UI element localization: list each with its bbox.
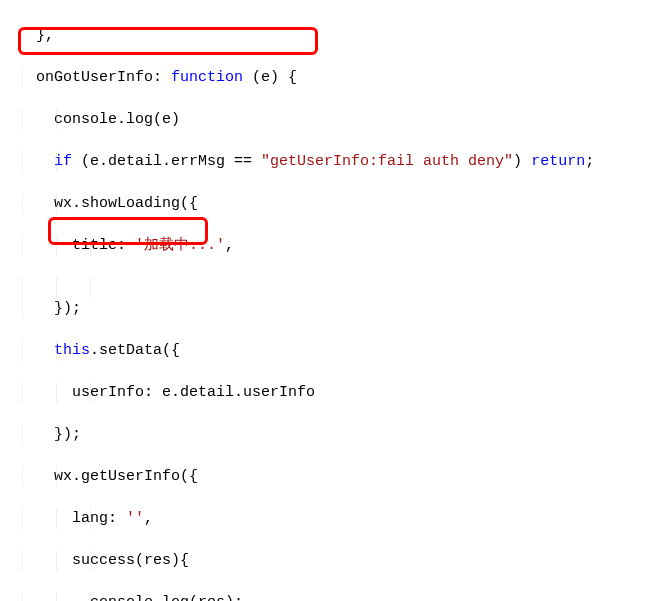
code-text [18,342,54,359]
code-text: (e) { [243,69,297,86]
code-text: ; [585,153,594,170]
string-literal: '' [126,510,144,527]
code-text: console.log(e) [18,111,180,128]
keyword-function: function [171,69,243,86]
code-text: wx.showLoading({ [18,195,198,212]
keyword-return: return [531,153,585,170]
code-line: title: '加载中...', [0,235,653,256]
code-text: title: [18,237,135,254]
code-text: console.log(res); [18,594,243,601]
code-line: console.log(e) [0,109,653,130]
code-text: }, [18,27,54,44]
code-line: this.setData({ [0,340,653,361]
code-text: ) [513,153,531,170]
code-line: if (e.detail.errMsg == "getUserInfo:fail… [0,151,653,172]
code-line: }); [0,298,653,319]
code-line: }, [0,25,653,46]
code-line: onGotUserInfo: function (e) { [0,67,653,88]
code-line: wx.showLoading({ [0,193,653,214]
code-text [18,153,54,170]
code-text: }); [18,300,81,317]
code-text: , [225,237,234,254]
code-text: .setData({ [90,342,180,359]
code-text: onGotUserInfo: [18,69,171,86]
code-text: }); [18,426,81,443]
code-line: userInfo: e.detail.userInfo [0,382,653,403]
keyword-this: this [54,342,90,359]
string-literal: "getUserInfo:fail auth deny" [261,153,513,170]
code-line: wx.getUserInfo({ [0,466,653,487]
string-literal: '加载中...' [135,237,225,254]
code-text: success(res){ [18,552,189,569]
code-text: wx.getUserInfo({ [18,468,198,485]
code-line: success(res){ [0,550,653,571]
code-text: lang: [18,510,126,527]
code-line: }); [0,424,653,445]
code-line: lang: '', [0,508,653,529]
code-text: userInfo: e.detail.userInfo [18,384,315,401]
code-text: (e.detail.errMsg == [72,153,261,170]
code-line: console.log(res); [0,592,653,601]
code-text: , [144,510,153,527]
code-block: }, onGotUserInfo: function (e) { console… [0,4,653,601]
